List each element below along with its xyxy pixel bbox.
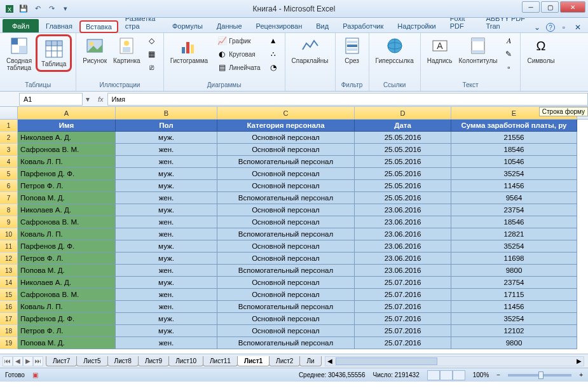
data-cell[interactable]: 25.07.2016 [355, 337, 451, 349]
tab-insert[interactable]: Вставка [79, 20, 118, 33]
smartart-button[interactable]: ▦ [144, 48, 160, 60]
close-button[interactable]: ✕ [560, 1, 585, 13]
picture-button[interactable]: Рисунок [80, 34, 109, 66]
data-cell[interactable]: Основной персонал [217, 253, 355, 265]
data-cell[interactable]: 23.06.2016 [355, 253, 451, 265]
data-cell[interactable]: Сафронова В. М. [18, 144, 116, 156]
data-cell[interactable]: муж. [116, 313, 217, 325]
data-cell[interactable]: Коваль Л. П. [18, 156, 116, 168]
formula-input[interactable]: Имя [107, 93, 588, 106]
data-cell[interactable]: муж. [116, 325, 217, 337]
data-cell[interactable]: Основной персонал [217, 240, 355, 253]
chart-other-button[interactable]: ◔ [266, 61, 281, 74]
data-cell[interactable]: муж. [116, 204, 217, 216]
data-cell[interactable]: Основной персонал [217, 204, 355, 216]
header-cell[interactable]: Категория персонала [217, 120, 355, 132]
row-number[interactable]: 19 [0, 337, 18, 349]
row-number[interactable]: 16 [0, 301, 18, 313]
data-cell[interactable]: 25.05.2016 [355, 180, 451, 192]
data-cell[interactable]: Петров Ф. Л. [18, 325, 116, 337]
column-header-b[interactable]: B [116, 107, 217, 119]
chart-bar-button[interactable]: ▤Линейчата [214, 61, 263, 74]
data-cell[interactable]: 10546 [451, 156, 577, 168]
data-cell[interactable]: Вспомогательный персонал [217, 228, 355, 240]
chart-area-button[interactable]: ▲ [266, 34, 281, 47]
row-number[interactable]: 10 [0, 228, 18, 240]
data-cell[interactable]: 25.05.2016 [355, 192, 451, 204]
data-cell[interactable]: жен. [116, 301, 217, 313]
close-workbook-icon[interactable]: ✕ [573, 22, 583, 32]
data-cell[interactable]: 23.06.2016 [355, 228, 451, 240]
data-cell[interactable]: Основной персонал [217, 180, 355, 192]
data-cell[interactable]: муж. [116, 168, 217, 180]
data-cell[interactable]: муж. [116, 180, 217, 192]
sheet-tab[interactable]: Лист1 [237, 356, 270, 366]
header-cell[interactable]: Дата [355, 120, 451, 132]
data-cell[interactable]: Попова М. Д. [18, 265, 116, 277]
data-cell[interactable]: 25.07.2016 [355, 313, 451, 325]
data-cell[interactable]: 17115 [451, 289, 577, 301]
row-number[interactable]: 1 [0, 120, 18, 132]
tab-addins[interactable]: Надстройки [390, 19, 442, 32]
symbols-button[interactable]: Ω Символы [524, 34, 557, 66]
data-cell[interactable]: 9564 [451, 192, 577, 204]
header-cell[interactable]: Имя [18, 120, 116, 132]
row-number[interactable]: 6 [0, 180, 18, 192]
tab-developer[interactable]: Разработчик [336, 19, 390, 32]
column-header-a[interactable]: A [18, 107, 116, 119]
data-cell[interactable]: Основной персонал [217, 277, 355, 289]
data-cell[interactable]: Сафронова В. М. [18, 289, 116, 301]
data-cell[interactable]: Петров Ф. Л. [18, 253, 116, 265]
data-cell[interactable]: жен. [116, 216, 217, 228]
signature-button[interactable]: ✎ [501, 48, 516, 60]
data-cell[interactable]: 25.05.2016 [355, 144, 451, 156]
data-cell[interactable]: 9800 [451, 265, 577, 277]
row-number[interactable]: 9 [0, 216, 18, 228]
header-cell[interactable]: Пол [116, 120, 217, 132]
data-cell[interactable]: 11456 [451, 180, 577, 192]
screenshot-button[interactable]: ⎚ [144, 61, 160, 74]
tab-home[interactable]: Главная [39, 19, 79, 32]
data-cell[interactable]: жен. [116, 156, 217, 168]
data-cell[interactable]: Николаев А. Д. [18, 132, 116, 144]
zoom-slider[interactable] [508, 374, 571, 377]
macro-record-icon[interactable]: ▣ [32, 371, 38, 378]
chart-scatter-button[interactable]: ∴ [266, 48, 281, 60]
data-cell[interactable]: Основной персонал [217, 168, 355, 180]
wordart-button[interactable]: 𝐴 [501, 34, 516, 47]
name-box[interactable]: A1 [19, 93, 83, 106]
data-cell[interactable]: Вспомогательный персонал [217, 301, 355, 313]
grid-body[interactable]: 1ИмяПолКатегория персоналаДатаСумма зара… [0, 120, 588, 354]
data-cell[interactable]: 12102 [451, 325, 577, 337]
data-cell[interactable]: жен. [116, 228, 217, 240]
tab-review[interactable]: Рецензирован [249, 19, 310, 32]
zoom-out-button[interactable]: − [496, 371, 500, 378]
sheet-nav-next[interactable]: ▶ [23, 356, 33, 366]
row-number[interactable]: 18 [0, 325, 18, 337]
view-layout-button[interactable] [440, 370, 453, 380]
tab-data[interactable]: Данные [210, 19, 249, 32]
data-cell[interactable]: 23.06.2016 [355, 265, 451, 277]
redo-button[interactable]: ↷ [46, 3, 57, 15]
tab-file[interactable]: Файл [3, 19, 39, 32]
data-cell[interactable]: Вспомогательный персонал [217, 337, 355, 349]
header-cell[interactable]: Сумма заработной платы, ру [451, 120, 577, 132]
data-cell[interactable]: Вспомогательный персонал [217, 265, 355, 277]
data-cell[interactable]: Вспомогательный персонал [217, 156, 355, 168]
data-cell[interactable]: Коваль Л. П. [18, 228, 116, 240]
sheet-tab[interactable]: Лист10 [168, 356, 203, 366]
data-cell[interactable]: Сафронова В. М. [18, 216, 116, 228]
row-number[interactable]: 8 [0, 204, 18, 216]
data-cell[interactable]: 23754 [451, 277, 577, 289]
row-number[interactable]: 13 [0, 265, 18, 277]
sheet-tab[interactable]: Лист8 [107, 356, 139, 366]
sheet-tab[interactable]: Ли [299, 356, 321, 366]
data-cell[interactable]: 21556 [451, 132, 577, 144]
data-cell[interactable]: 25.07.2016 [355, 277, 451, 289]
tab-view[interactable]: Вид [309, 19, 336, 32]
data-cell[interactable]: 23.06.2016 [355, 216, 451, 228]
horizontal-scrollbar[interactable]: ◀ ▶ [325, 356, 584, 366]
name-box-dropdown[interactable]: ▾ [83, 95, 93, 104]
table-button[interactable]: Таблица [39, 38, 69, 69]
sheet-tab[interactable]: Лист9 [138, 356, 169, 366]
